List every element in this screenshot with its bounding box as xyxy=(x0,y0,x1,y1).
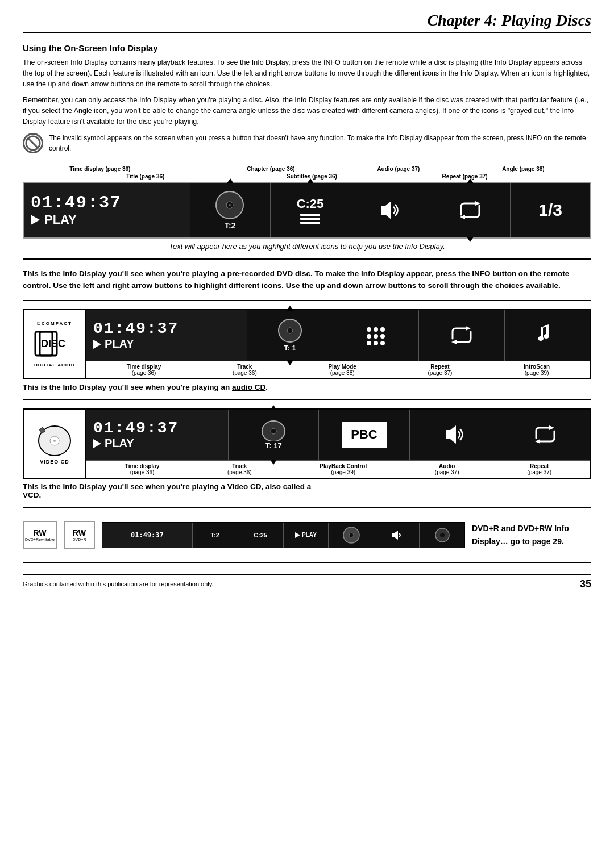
svg-point-16 xyxy=(367,334,371,339)
svg-marker-5 xyxy=(381,201,391,219)
dvdr-mini-display: 01:49:37 T:2 C:25 PLAY xyxy=(102,522,465,548)
dvd-t2: T:2 xyxy=(225,221,235,230)
cd-play: PLAY xyxy=(93,337,134,350)
note-block: The invalid symbol appears on the screen… xyxy=(23,133,591,153)
vcd-label-track: Track(page 36) xyxy=(227,463,252,475)
vcd-label-repeat: Repeat(page 37) xyxy=(527,463,551,475)
section-divider-4 xyxy=(23,507,591,508)
cd-time-cell: 01:49:37 PLAY xyxy=(86,310,247,361)
vcd-audio-cell xyxy=(410,410,500,460)
dvdr-play-arrow-icon xyxy=(295,532,300,538)
page-number: 35 xyxy=(580,578,591,590)
arrow-down-vcd xyxy=(270,460,277,465)
svg-point-41 xyxy=(440,533,445,537)
svg-text:DISC: DISC xyxy=(41,338,65,349)
dvdr-mini-play-cell: PLAY xyxy=(284,523,329,548)
svg-marker-34 xyxy=(446,425,456,444)
svg-point-13 xyxy=(367,327,371,332)
dvdr-disc-1 xyxy=(329,523,374,548)
body-text-2: Remember, you can only access the Info D… xyxy=(23,95,591,127)
label-time-display: Time display (page 36) xyxy=(69,166,130,172)
svg-rect-24 xyxy=(541,327,543,337)
arrow-down-repeat xyxy=(467,237,474,242)
dvd-chapter-cell: C:25 xyxy=(271,183,351,237)
dvdr-text-block: DVD+R and DVD+RW Info Display… go to pag… xyxy=(472,522,591,548)
dvdrw-logo: RW DVD+Rewritable xyxy=(23,521,57,549)
cd-play-label: PLAY xyxy=(105,337,134,350)
dvdr-section: RW DVD+Rewritable RW DVD+R 01:49:37 T:2 … xyxy=(23,516,591,554)
subtitle-lines-icon xyxy=(300,214,320,224)
vcd-label-pbc: PlayBack Control(page 39) xyxy=(320,463,367,475)
svg-marker-22 xyxy=(466,326,471,331)
section-divider-5 xyxy=(23,562,591,563)
section-divider-2 xyxy=(23,300,591,301)
cd-label-playmode: Play Mode(page 38) xyxy=(328,364,356,376)
cd-section: ☐COMPACT DISC DIGITAL AUDIO 01:49:37 PLA… xyxy=(23,309,591,379)
cd-label-repeat: Repeat(page 37) xyxy=(428,364,453,376)
svg-point-38 xyxy=(349,533,354,537)
vcd-track-text: T: 17 xyxy=(265,441,282,450)
vcd-play-label: PLAY xyxy=(105,437,134,450)
cd-labels-row: Time display(page 36) Track(page 36) Pla… xyxy=(86,361,590,378)
dvdr-text-2: Display… go to page 29. xyxy=(472,535,591,548)
cd-time: 01:49:37 xyxy=(93,320,179,337)
dvd-title-cell: T:2 xyxy=(190,183,271,237)
dvd-fraction-cell: 1/3 xyxy=(511,183,590,237)
section-divider-3 xyxy=(23,399,591,400)
svg-point-25 xyxy=(538,336,544,341)
svg-marker-35 xyxy=(549,425,554,430)
vcd-label-audio: Audio(page 37) xyxy=(435,463,459,475)
dvdr-mini-play: PLAY xyxy=(295,532,317,538)
vcd-section: VIDEO CD 01:49:37 PLAY T: 17 xyxy=(23,408,591,479)
digital-audio-label: DIGITAL AUDIO xyxy=(34,362,75,368)
label-title: Title (page 36) xyxy=(126,173,164,180)
dvd-repeat-cell xyxy=(430,183,511,237)
dvd-c25: C:25 xyxy=(297,197,324,211)
section-divider-1 xyxy=(23,258,591,260)
svg-line-1 xyxy=(28,138,38,148)
arrow-up-chapter xyxy=(307,178,314,183)
dvdr-mini-icon xyxy=(434,527,450,543)
dvdr-speaker-cell xyxy=(374,523,420,548)
svg-point-14 xyxy=(374,327,378,332)
label-audio: Audio (page 37) xyxy=(377,166,420,172)
dvdr-mini-time: 01:49:37 xyxy=(131,531,164,539)
dvdr-speaker-icon xyxy=(389,527,405,543)
dvdr-mini-time-cell: 01:49:37 xyxy=(102,523,193,548)
arrow-up-title xyxy=(227,178,234,183)
cd-introscan-cell xyxy=(505,310,590,361)
dvdr-text-1: DVD+R and DVD+RW Info xyxy=(472,522,591,535)
vcd-time-cell: 01:49:37 PLAY xyxy=(86,410,229,460)
cd-display-area: 01:49:37 PLAY T: 1 xyxy=(86,310,590,378)
cd-label-introscan: IntroScan(page 39) xyxy=(524,364,550,376)
repeat-icon xyxy=(457,199,484,222)
dvdr-disc-icon-1 xyxy=(342,526,360,544)
cd-logo-icon: DISC xyxy=(34,327,75,361)
dvd-time: 01:49:37 xyxy=(31,193,122,212)
cd-label-time: Time display(page 36) xyxy=(127,364,161,376)
dvd-caption: Text will appear here as you highlight d… xyxy=(23,242,591,251)
dvdr-mini-icon-cell xyxy=(420,523,464,548)
dvd-time-cell: 01:49:37 PLAY xyxy=(24,183,190,237)
vcd-repeat-cell xyxy=(500,410,590,460)
vcd-caption: This is the Info Display you'll see when… xyxy=(23,482,591,499)
svg-point-33 xyxy=(271,428,276,434)
cd-repeat-cell xyxy=(419,310,505,361)
vcd-logo-panel: VIDEO CD xyxy=(24,410,86,478)
svg-point-18 xyxy=(380,334,385,339)
dvdr-mini-c25-cell: C:25 xyxy=(238,523,284,548)
dvd-disc-icon xyxy=(214,190,246,221)
svg-point-15 xyxy=(380,327,385,332)
vcd-disc-icon xyxy=(261,420,287,441)
cd-track-text: T: 1 xyxy=(284,344,296,352)
dvd-play: PLAY xyxy=(31,212,77,227)
vcd-play-arrow-icon xyxy=(93,439,101,448)
cd-caption: This is the Info Display you'll see when… xyxy=(23,383,591,391)
arrow-up-repeat xyxy=(467,178,474,183)
vcd-repeat-icon xyxy=(533,424,558,445)
svg-point-31 xyxy=(53,440,56,442)
cd-repeat-icon xyxy=(449,325,474,345)
dvd-audio-cell xyxy=(350,183,430,237)
svg-point-19 xyxy=(367,341,371,345)
dvdr-mini-t2: T:2 xyxy=(211,532,219,539)
